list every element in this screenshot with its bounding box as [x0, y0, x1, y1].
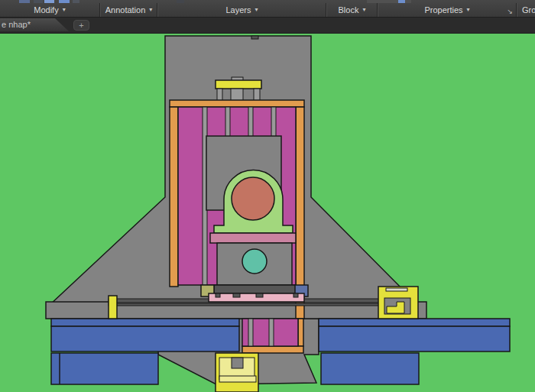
new-tab-button[interactable]: + — [73, 20, 89, 31]
ribbon-toolbar: Modify ▾ Annotation ▾ Layers ▾ Block ▾ P… — [0, 0, 535, 18]
panel-annotation[interactable]: Annotation ▾ — [101, 3, 157, 17]
panel-annotation-label: Annotation — [105, 5, 146, 15]
chevron-down-icon: ▾ — [63, 7, 66, 13]
panel-modify[interactable]: Modify ▾ — [0, 3, 99, 17]
panel-layers[interactable]: Layers ▾ — [158, 3, 326, 17]
panel-modify-label: Modify — [34, 5, 58, 15]
panel-launcher-icon[interactable]: ↘ — [507, 8, 513, 15]
carriage-yellow[interactable] — [378, 287, 418, 319]
shaft-circle[interactable] — [232, 177, 274, 220]
file-tab-active[interactable]: e nhap* — [0, 18, 70, 31]
drawing-viewport[interactable] — [0, 34, 535, 392]
file-tab-bar: e nhap* + — [0, 18, 535, 34]
stop-post-yellow[interactable] — [109, 296, 117, 319]
bracket-band — [219, 376, 256, 382]
panel-groups-label: Gro — [522, 5, 535, 15]
ribbon-panel-row: Modify ▾ Annotation ▾ Layers ▾ Block ▾ P… — [0, 3, 535, 17]
bracket-notch — [232, 358, 243, 368]
panel-block[interactable]: Block ▾ — [327, 3, 377, 17]
chevron-down-icon: ▾ — [149, 7, 152, 13]
file-tab-label: e nhap* — [2, 20, 31, 29]
foot-bracket-yellow[interactable] — [216, 353, 258, 392]
cross-rail[interactable] — [214, 285, 296, 293]
mount-plate[interactable] — [210, 233, 296, 243]
panel-block-label: Block — [339, 5, 359, 15]
bore-circle[interactable] — [242, 249, 267, 274]
chevron-down-icon: ▾ — [362, 7, 365, 13]
cad-application-window: Modify ▾ Annotation ▾ Layers ▾ Block ▾ P… — [0, 0, 535, 392]
panel-properties-label: Properties — [424, 5, 462, 15]
chevron-down-icon: ▾ — [467, 7, 470, 13]
chevron-down-icon: ▾ — [255, 7, 258, 13]
panel-properties[interactable]: Properties ▾ ↘ — [378, 3, 516, 17]
panel-groups-truncated[interactable]: Gro — [517, 3, 535, 17]
cap-bar-yellow[interactable] — [216, 80, 261, 89]
panel-layers-label: Layers — [225, 5, 251, 15]
top-slot[interactable] — [251, 36, 258, 39]
carriage-slit — [386, 288, 407, 291]
